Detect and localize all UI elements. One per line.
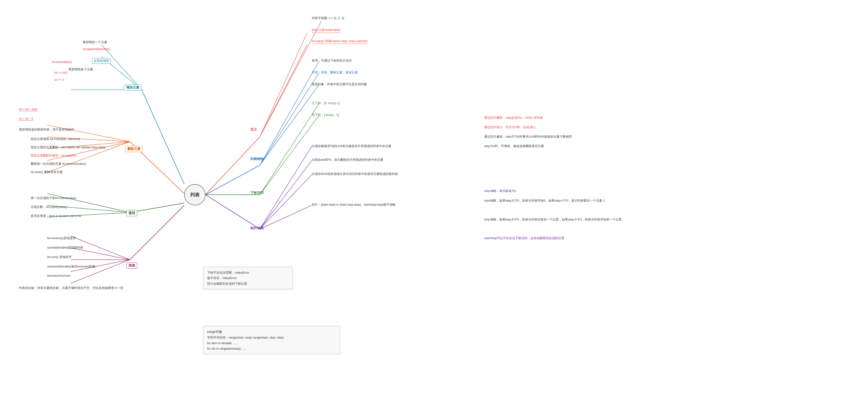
add-plus-eq: lst += lst2 — [54, 71, 67, 74]
svg-line-6 — [260, 73, 319, 165]
svg-line-1 — [260, 21, 321, 137]
delete-label: 删除元素 — [125, 146, 143, 152]
other-item-5: len/max/min/sum — [47, 274, 70, 277]
def-item-2: list() 以及list(iterable) — [312, 28, 340, 33]
definition-label: 定义 — [250, 127, 257, 132]
error-line-3: 切片会截取到合适的下标位置 — [207, 281, 289, 286]
range-line-1: 半闭半开区间：range(start, stop) range(start, s… — [207, 335, 336, 340]
svg-line-2 — [260, 33, 307, 137]
del-item-1: 指定位置增加 lst.insert(idx, element) — [31, 137, 80, 141]
svg-line-26 — [130, 203, 184, 213]
center-node: 列表 — [184, 184, 206, 205]
other-item-4: reversed(iterable)返回reversed对象 — [47, 264, 95, 268]
add-new-list-note: 尾部增加返回新的列表，而不是原地操作 — [19, 127, 74, 132]
slice-note-1: 通过切片删除：step必须为1，RHS=空列表 — [484, 116, 543, 120]
connector-lines — [0, 0, 868, 411]
def-item-3: lst.copy() 或者import copy; copy.copy(lst) — [312, 39, 368, 44]
svg-line-5 — [260, 61, 319, 165]
add-mul-eq: lst *= 3 — [54, 78, 64, 82]
range-line-2: for item in iterable: ..... — [207, 340, 336, 346]
svg-line-11 — [206, 195, 260, 229]
search-item-1: 第一次出现的下标lst.index(value) — [31, 196, 76, 200]
search-item-2: 出现次数：lst.count(value) — [31, 205, 67, 209]
slice-label: 切片访问 — [250, 226, 264, 230]
range-label: range对象 — [207, 330, 222, 334]
svg-line-17 — [101, 45, 142, 90]
prop-item-2: 可变：添加、删除元素，更改元素 — [312, 70, 358, 74]
svg-line-15 — [260, 205, 312, 229]
prop-item-1: 有序：可通过下标和切片访问 — [312, 59, 352, 63]
range-line-3: for idx in range(len(seq)): ..... — [207, 346, 336, 351]
svg-line-3 — [260, 45, 307, 137]
prop-item-3: 容器对象：列表中的元素可以是任何对象 — [312, 82, 367, 86]
index-label: 下标访问 — [250, 191, 264, 195]
slice-note-2: 通过切片插入：切片为i:i时，在i处插入 — [484, 125, 536, 129]
error-line-1: 下标不在合法范围：IndexError — [207, 270, 289, 275]
add-lst-mul: lst = lst * 2 — [19, 117, 33, 121]
svg-line-14 — [260, 175, 312, 229]
svg-line-9 — [260, 104, 319, 195]
slice-sub-2: 出现在del语句，表示删除切片所描述的列表中的元素 — [312, 158, 383, 162]
slice-note-3: 通过切片修改：step不为1时要求LHS和RHS描述的元素个数相同 — [484, 134, 572, 139]
slice-note-7: stop省略，如果step大于0，则表示列表结束后一个位置，如果step小于0，… — [484, 217, 622, 222]
index-item-1: 正下标：[0, len(s)-1] — [312, 101, 340, 105]
add-append: lst.append(element) — [83, 47, 110, 51]
del-item-3: 指定位置删除并返回：lst.pop(idx) — [31, 153, 76, 158]
svg-line-4 — [206, 165, 260, 195]
svg-line-35 — [71, 260, 130, 283]
other-item-6: 列表的比较：对应元素的比较，元素不够时相当于空，空比其他值要更小一些 — [19, 286, 123, 291]
error-line-2: 值不存在：ValueError — [207, 275, 289, 281]
add-lst-plus: lst = lst + list2 — [19, 107, 37, 111]
add-multi: 尾部增加多个元素 — [68, 67, 93, 71]
slice-note-5: step省略，表示缺省为1 — [484, 189, 516, 193]
add-tail-label: 在尾部增加 — [92, 58, 111, 64]
slice-note-4: step为1时，可增加、修改或者删除某些元素 — [484, 144, 544, 148]
add-label: 增加元素 — [124, 85, 142, 91]
slice-note-6: start省略，如果step大于0，则表示列表开始0，如果step小于0，表示列… — [484, 198, 605, 203]
slice-sub-3: 出现在RHS或其他地方表示访问列表中的某些元素组成的新列表 — [312, 172, 398, 176]
svg-line-0 — [206, 137, 260, 195]
svg-line-12 — [260, 146, 312, 229]
range-box: range对象 半闭半开区间：range(start, stop) range(… — [203, 326, 340, 354]
search-label: 查找 — [126, 210, 137, 216]
def-item-1: 列表字面量: s = [1, 2, 3] — [312, 16, 344, 20]
center-label: 列表 — [190, 192, 199, 198]
other-item-1: lst.reverse()原地逆序 — [47, 236, 76, 240]
slice-sub-1: 出现在赋值语句的LHS表示修改切片所描述的列表中的元素 — [312, 144, 391, 148]
svg-line-10 — [260, 116, 319, 195]
del-item-2: 指定位置的元素删除：del lst[idx] del lst[start:sto… — [31, 145, 105, 150]
del-item-4: 删除第一次出现的元素 lst.remove(value) — [31, 162, 86, 166]
add-tail-single: 尾部增加一个元素 — [83, 40, 107, 44]
search-item-3: 是否在里面：item in lst item not in lst — [31, 214, 81, 218]
del-item-5: lst.clear() 删除所有元素 — [31, 170, 63, 174]
add-extend: lst.extend(lst2) — [52, 60, 72, 64]
svg-line-30 — [130, 205, 184, 260]
svg-line-13 — [260, 161, 312, 229]
svg-line-24 — [47, 141, 130, 161]
slice-note-8: start/stop可以不在合法下标访问，会自动截取到合适的位置 — [484, 236, 564, 240]
other-label: 其他 — [126, 262, 137, 268]
error-box: 下标不在合法范围：IndexError 值不存在：ValueError 切片会截… — [203, 267, 293, 289]
svg-line-16 — [142, 90, 184, 184]
mindmap-container: 列表 定义 列表字面量: s = [1, 2, 3] list() 以及list… — [0, 0, 868, 411]
slice-sub-4: 切片：[start:stop] or [start:stop:step]，sta… — [312, 202, 395, 207]
other-item-2: sorted(iterable)返回新列表 — [47, 246, 83, 250]
index-item-2: 负下标：[-len(s), -1] — [312, 113, 339, 117]
properties-label: 列表特性 — [250, 157, 264, 161]
other-item-3: lst.sort() 原地排序 — [47, 255, 71, 259]
svg-line-7 — [260, 85, 319, 165]
